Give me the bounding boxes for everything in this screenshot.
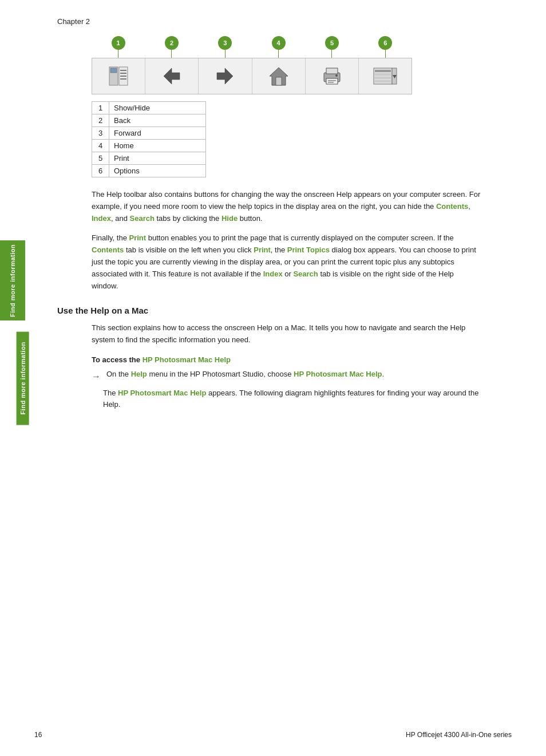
side-tab: Find more information <box>17 331 29 425</box>
callout-3-col: 3 <box>199 36 252 58</box>
callout-line-6 <box>385 50 386 58</box>
legend-num-6: 6 <box>92 165 109 177</box>
chapter-label: Chapter 2 <box>57 17 481 26</box>
product-name: HP Officejet 4300 All-in-One series <box>406 731 512 739</box>
callout-2-col: 2 <box>145 36 198 58</box>
table-row: 6 Options <box>92 165 206 177</box>
print-link-2[interactable]: Print <box>254 246 271 254</box>
forward-icon <box>215 66 235 86</box>
callout-line-1 <box>118 50 118 58</box>
table-row: 5 Print <box>92 152 206 165</box>
hp-mac-help-link-1[interactable]: HP Photosmart Mac Help <box>294 370 382 378</box>
body-paragraph-1: The Help toolbar also contains buttons f… <box>92 189 481 224</box>
callout-bubble-6: 6 <box>378 36 392 50</box>
callout-bubble-5: 5 <box>325 36 339 50</box>
svg-point-16 <box>335 74 338 77</box>
hide-link[interactable]: Hide <box>221 214 238 223</box>
table-row: 1 Show/Hide <box>92 102 206 114</box>
svg-rect-10 <box>276 77 282 85</box>
svg-rect-21 <box>375 80 391 82</box>
home-icon <box>268 66 289 86</box>
page-number: 16 <box>34 731 42 739</box>
callout-bubble-1: 1 <box>112 36 125 50</box>
svg-rect-14 <box>328 80 336 81</box>
legend-table: 1 Show/Hide 2 Back 3 Forward 4 Home 5 Pr… <box>92 101 206 177</box>
print-icon <box>321 66 343 86</box>
toolbar-diagram: 1 2 3 4 5 <box>92 36 424 94</box>
legend-num-5: 5 <box>92 152 109 165</box>
section-heading: Use the Help on a Mac <box>57 306 481 315</box>
toolbar-icon-forward <box>199 58 252 94</box>
toolbar-box <box>92 58 412 94</box>
callout-bubble-4: 4 <box>272 36 286 50</box>
section-intro: This section explains how to access the … <box>92 322 481 346</box>
toolbar-icon-back <box>145 58 199 94</box>
callout-numbers-row: 1 2 3 4 5 <box>92 36 412 58</box>
svg-rect-18 <box>375 70 391 72</box>
callout-line-5 <box>331 50 332 58</box>
index-link-2[interactable]: Index <box>263 270 283 278</box>
options-icon <box>373 66 398 86</box>
arrow-icon: → <box>92 369 101 384</box>
body-paragraph-2: Finally, the Print button enables you to… <box>92 232 481 292</box>
legend-num-4: 4 <box>92 140 109 152</box>
subsection-prefix: To access the <box>92 355 143 364</box>
legend-num-2: 2 <box>92 114 109 127</box>
subsection-heading: To access the HP Photosmart Mac Help <box>92 355 481 364</box>
callout-line-3 <box>225 50 225 58</box>
svg-rect-19 <box>375 73 391 76</box>
search-link-2[interactable]: Search <box>293 270 318 278</box>
callout-bubble-3: 3 <box>218 36 232 50</box>
svg-rect-13 <box>326 78 338 84</box>
table-row: 2 Back <box>92 114 206 127</box>
callout-6-col: 6 <box>359 36 412 58</box>
callout-bubble-2: 2 <box>165 36 179 50</box>
toolbar-icon-showhide <box>92 58 145 94</box>
hp-mac-help-link-2[interactable]: HP Photosmart Mac Help <box>118 389 206 397</box>
legend-label-5: Print <box>109 152 206 165</box>
side-tab-label: Find more information <box>0 240 25 320</box>
arrow-item-text: On the Help menu in the HP Photosmart St… <box>106 369 481 384</box>
print-topics-link[interactable]: Print Topics <box>287 246 330 254</box>
showhide-icon <box>108 66 129 86</box>
callout-4-col: 4 <box>252 36 305 58</box>
legend-num-1: 1 <box>92 102 109 114</box>
search-link[interactable]: Search <box>130 214 155 223</box>
legend-num-3: 3 <box>92 127 109 140</box>
callout-line-4 <box>278 50 279 58</box>
toolbar-icon-print <box>306 58 359 94</box>
svg-rect-12 <box>326 68 338 74</box>
footer: 16 HP Officejet 4300 All-in-One series <box>34 731 512 739</box>
callout-1-col: 1 <box>92 36 145 58</box>
svg-rect-6 <box>110 68 117 73</box>
table-row: 4 Home <box>92 140 206 152</box>
contents-link-2[interactable]: Contents <box>92 246 124 254</box>
print-link-1[interactable]: Print <box>129 233 147 242</box>
legend-label-2: Back <box>109 114 206 127</box>
contents-link[interactable]: Contents <box>436 202 468 211</box>
svg-marker-8 <box>217 68 233 84</box>
table-row: 3 Forward <box>92 127 206 140</box>
index-link[interactable]: Index <box>92 214 111 223</box>
svg-marker-7 <box>164 68 180 84</box>
arrow-list-item: → On the Help menu in the HP Photosmart … <box>92 369 481 384</box>
legend-label-6: Options <box>109 165 206 177</box>
callout-line-2 <box>171 50 172 58</box>
svg-rect-15 <box>328 82 334 83</box>
legend-label-4: Home <box>109 140 206 152</box>
callout-5-col: 5 <box>305 36 358 58</box>
toolbar-icon-options <box>359 58 412 94</box>
back-icon <box>161 66 182 86</box>
legend-label-1: Show/Hide <box>109 102 206 114</box>
hp-mac-help-link-heading[interactable]: HP Photosmart Mac Help <box>143 355 231 364</box>
toolbar-icon-home <box>252 58 306 94</box>
legend-label-3: Forward <box>109 127 206 140</box>
help-menu-link[interactable]: Help <box>131 370 147 378</box>
result-text: The HP Photosmart Mac Help appears. The … <box>103 387 481 411</box>
side-tab-container: Find more information <box>0 240 25 320</box>
svg-rect-20 <box>375 77 391 79</box>
